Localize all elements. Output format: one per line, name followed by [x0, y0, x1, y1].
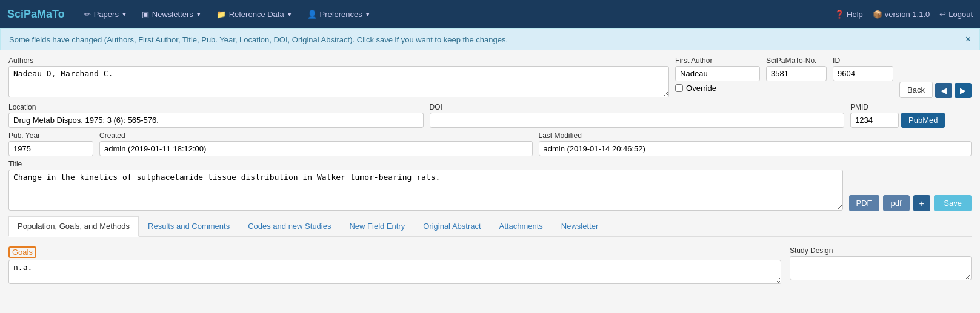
first-author-label: First Author — [675, 56, 760, 65]
first-author-col: First Author Override — [675, 56, 760, 99]
row-location: Location DOI PMID PubMed — [8, 103, 972, 128]
scipamatono-label: SciPaMaTo-No. — [766, 56, 827, 65]
title-label: Title — [8, 160, 843, 168]
pmid-label: PMID — [850, 103, 972, 111]
location-input[interactable] — [8, 113, 424, 128]
plus-button[interactable]: + — [913, 195, 931, 211]
lastmod-label: Last Modified — [539, 131, 972, 140]
row-authors: Authors Nadeau D, Marchand C. First Auth… — [8, 56, 972, 99]
alert-message: Some fields have changed (Authors, First… — [9, 35, 508, 44]
logout-icon: ↩ — [939, 10, 946, 19]
created-label: Created — [99, 131, 533, 140]
tab-results[interactable]: Results and Comments — [139, 216, 239, 237]
tab-codes[interactable]: Codes and new Studies — [239, 216, 340, 237]
next-icon: ▶ — [960, 86, 966, 95]
reference-data-caret: ▼ — [287, 11, 293, 18]
override-label: Override — [686, 84, 716, 93]
app-brand[interactable]: SciPaMaTo — [7, 8, 65, 21]
logout-link[interactable]: ↩ Logout — [939, 10, 973, 19]
nav-reference-data[interactable]: 📁 Reference Data ▼ — [209, 0, 300, 28]
title-col: Title Change in the kinetics of sulphace… — [8, 160, 843, 213]
papers-icon: ✏ — [84, 10, 91, 19]
authors-input-wrap: Nadeau D, Marchand C. — [8, 66, 669, 99]
override-row: Override — [675, 84, 760, 93]
navbar: SciPaMaTo ✏ Papers ▼ ▣ Newsletters ▼ 📁 R… — [0, 0, 980, 28]
row-title: Title Change in the kinetics of sulphace… — [8, 160, 972, 213]
location-label: Location — [8, 103, 424, 111]
goals-col: Goals n.a. — [8, 246, 781, 286]
tab-new-field[interactable]: New Field Entry — [340, 216, 414, 237]
pmid-col: PMID PubMed — [850, 103, 972, 128]
row-pubyear: Pub. Year Created Last Modified — [8, 131, 972, 156]
reference-data-icon: 📁 — [216, 10, 226, 19]
pmid-input[interactable] — [850, 113, 899, 128]
goals-input[interactable]: n.a. — [8, 260, 781, 284]
tab-attachments[interactable]: Attachments — [490, 216, 552, 237]
doi-label: DOI — [430, 103, 845, 111]
authors-col: Authors Nadeau D, Marchand C. — [8, 56, 669, 99]
preferences-caret: ▼ — [365, 11, 371, 18]
preferences-icon: 👤 — [307, 10, 317, 19]
navbar-right: ❓ Help 📦 version 1.1.0 ↩ Logout — [835, 10, 973, 19]
title-input[interactable]: Change in the kinetics of sulphacetamide… — [8, 170, 843, 211]
version-link[interactable]: 📦 version 1.1.0 — [873, 10, 930, 19]
newsletters-caret: ▼ — [196, 11, 202, 18]
id-col: ID — [833, 56, 893, 99]
action-buttons-col: PDF pdf + Save — [849, 160, 972, 213]
authors-input[interactable]: Nadeau D, Marchand C. — [8, 66, 669, 97]
change-alert: Some fields have changed (Authors, First… — [0, 28, 980, 50]
title-input-wrap: Change in the kinetics of sulphacetamide… — [8, 170, 843, 213]
id-label: ID — [833, 56, 893, 65]
scipamatono-input[interactable] — [766, 66, 827, 81]
help-icon: ❓ — [835, 10, 844, 19]
created-col: Created — [99, 131, 533, 156]
goals-section: Goals n.a. Study Design — [8, 246, 972, 286]
first-author-input[interactable] — [675, 66, 760, 81]
nav-papers[interactable]: ✏ Papers ▼ — [77, 0, 135, 28]
prev-button[interactable]: ◀ — [935, 83, 952, 98]
doi-col: DOI — [430, 103, 845, 128]
doi-input[interactable] — [430, 113, 845, 128]
location-col: Location — [8, 103, 424, 128]
pubyear-col: Pub. Year — [8, 131, 93, 156]
tab-population[interactable]: Population, Goals, and Methods — [8, 216, 139, 237]
lastmod-col: Last Modified — [539, 131, 972, 156]
nav-newsletters[interactable]: ▣ Newsletters ▼ — [135, 0, 209, 28]
papers-caret: ▼ — [121, 11, 127, 18]
tab-original-abstract[interactable]: Original Abstract — [414, 216, 490, 237]
pubyear-input[interactable] — [8, 141, 93, 156]
nav-preferences[interactable]: 👤 Preferences ▼ — [300, 0, 378, 28]
tabs: Population, Goals, and Methods Results a… — [8, 216, 972, 237]
pubyear-label: Pub. Year — [8, 131, 93, 140]
version-icon: 📦 — [873, 10, 882, 19]
next-button[interactable]: ▶ — [955, 83, 972, 98]
alert-close-button[interactable]: × — [965, 34, 971, 45]
study-design-input[interactable] — [790, 256, 972, 280]
prev-icon: ◀ — [941, 86, 947, 95]
goals-label: Goals — [8, 246, 36, 258]
override-checkbox[interactable] — [675, 84, 683, 92]
back-button[interactable]: Back — [899, 82, 933, 98]
save-button[interactable]: Save — [934, 195, 972, 211]
tab-newsletter[interactable]: Newsletter — [552, 216, 607, 237]
newsletters-icon: ▣ — [142, 10, 149, 19]
id-input[interactable] — [833, 66, 893, 81]
lastmod-input — [539, 141, 972, 156]
pdf2-button[interactable]: pdf — [883, 195, 910, 211]
study-design-col: Study Design — [790, 246, 972, 286]
authors-label: Authors — [8, 56, 669, 65]
pdf-buttons-row: PDF pdf + Save — [849, 195, 972, 211]
nav-buttons-col: Back ◀ ▶ — [899, 56, 972, 99]
pdf-button[interactable]: PDF — [849, 195, 879, 211]
tab-content-population: Goals n.a. Study Design — [8, 242, 972, 291]
study-design-label: Study Design — [790, 246, 972, 255]
created-input — [99, 141, 533, 156]
pubmed-button[interactable]: PubMed — [901, 113, 945, 128]
scipamatono-col: SciPaMaTo-No. — [766, 56, 827, 99]
help-link[interactable]: ❓ Help — [835, 10, 863, 19]
main-content: Authors Nadeau D, Marchand C. First Auth… — [0, 50, 980, 297]
